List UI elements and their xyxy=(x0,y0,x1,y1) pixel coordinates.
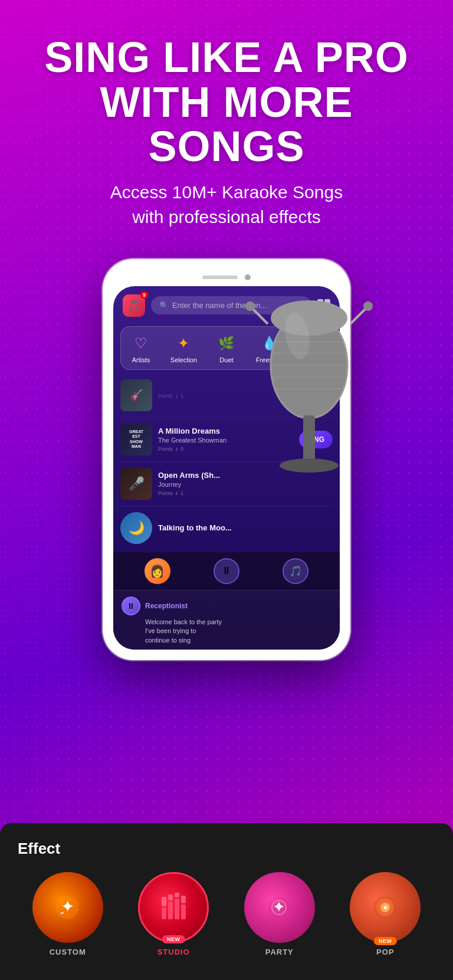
hero-subtitle: Access 10M+ Karaoke Songs with professio… xyxy=(35,180,418,230)
effect-circle-party: ✦ xyxy=(244,872,315,943)
song-info-0: A Million Dreams The Greatest Showman Po… xyxy=(158,427,293,452)
effect-item-pop[interactable]: ★ NEW POP xyxy=(336,872,436,956)
effect-item-party[interactable]: ✦ PARTY xyxy=(229,872,330,956)
svg-text:★: ★ xyxy=(382,903,388,912)
phone-camera xyxy=(245,274,251,280)
svg-rect-21 xyxy=(181,904,186,919)
song-info: Points ♪ 1 xyxy=(158,391,333,399)
song-title-1: Open Arms (Sh... xyxy=(158,471,333,480)
tab-freestyle[interactable]: 💧 Freestyle xyxy=(256,333,283,363)
showman-label: GREATESTSHOWMAN xyxy=(128,428,145,451)
notification-badge: 9 xyxy=(140,291,148,299)
chat-user: ⏸ Receptionist xyxy=(122,596,331,615)
selection-icon: ✦ xyxy=(173,333,194,354)
song-item-1[interactable]: 🎤 Open Arms (Sh... Journey Points ♪ 1 xyxy=(120,462,333,506)
chat-username: Receptionist xyxy=(145,602,188,610)
duet-icon: 🌿 xyxy=(216,333,237,354)
chat-avatar: ⏸ xyxy=(122,596,140,615)
song-item-2[interactable]: 🌙 Talking to the Moo... xyxy=(120,506,333,550)
tab-selection-label: Selection xyxy=(170,356,197,363)
song-info-2: Talking to the Moo... xyxy=(158,523,333,532)
effect-label-custom: CUSTOM xyxy=(50,948,86,956)
svg-rect-25 xyxy=(181,896,186,903)
svg-line-11 xyxy=(350,306,368,324)
song-meta-1: Points ♪ 1 xyxy=(158,490,333,496)
tab-artists[interactable]: ♡ Artists xyxy=(130,333,152,363)
hero-title: SING LIKE A PRO WITH MORE SONGS xyxy=(35,35,418,169)
category-tabs: ♡ Artists ✦ Selection 🌿 Duet 💧 Freestyle… xyxy=(120,326,333,370)
rank-icon: ◇ xyxy=(301,333,323,354)
effect-label-studio: STUDIO xyxy=(157,948,190,956)
tab-duet-label: Duet xyxy=(219,356,233,363)
svg-rect-24 xyxy=(175,893,179,897)
tab-artists-label: Artists xyxy=(132,356,150,363)
song-thumbnail: 🎸 xyxy=(120,379,152,411)
effect-item-custom[interactable]: ✦ ⇌ CUSTOM xyxy=(18,872,118,956)
song-thumbnail-moon: 🌙 xyxy=(120,512,152,544)
song-item-partial[interactable]: 🎸 Points ♪ 1 xyxy=(120,373,333,418)
song-meta-0: Points ♪ 0 xyxy=(158,445,293,452)
song-item-0[interactable]: GREATESTSHOWMAN A Million Dreams The Gre… xyxy=(120,418,333,462)
pause-button[interactable]: ⏸ xyxy=(214,558,239,584)
song-thumbnail-showman: GREATESTSHOWMAN xyxy=(120,424,152,455)
song-thumbnail-journey: 🎤 xyxy=(120,468,152,500)
phone-mockup: 🎵 9 🔍 Enter the name of the son... ♡ Art… xyxy=(103,259,350,660)
freestyle-icon: 💧 xyxy=(259,333,280,354)
tab-duet[interactable]: 🌿 Duet xyxy=(216,333,237,363)
effect-items: ✦ ⇌ CUSTOM xyxy=(18,872,435,956)
grid-icon[interactable] xyxy=(317,299,330,312)
song-meta: Points ♪ 1 xyxy=(158,393,333,399)
app-bottom-nav: 👩 ⏸ 🎵 xyxy=(113,552,340,590)
studio-new-badge: NEW xyxy=(162,935,185,943)
svg-rect-18 xyxy=(162,907,166,919)
song-title-0: A Million Dreams xyxy=(158,427,293,435)
phone-frame: 🎵 9 🔍 Enter the name of the son... ♡ Art… xyxy=(103,259,350,660)
song-artist-1: Journey xyxy=(158,481,333,488)
app-header: 🎵 9 🔍 Enter the name of the son... xyxy=(113,286,340,323)
effect-circle-pop: ★ NEW xyxy=(350,872,421,943)
svg-rect-23 xyxy=(168,894,173,900)
search-icon: 🔍 xyxy=(159,301,169,310)
chat-message: Welcome back to the party I've been tryi… xyxy=(122,618,331,645)
search-bar[interactable]: 🔍 Enter the name of the son... xyxy=(151,296,311,314)
pop-new-badge: NEW xyxy=(374,937,397,945)
effect-title: Effect xyxy=(18,840,435,858)
svg-point-13 xyxy=(363,301,373,311)
music-button[interactable]: 🎵 xyxy=(283,558,308,584)
phone-notch xyxy=(113,270,340,286)
svg-text:⇌: ⇌ xyxy=(60,910,64,916)
effect-circle-studio: NEW xyxy=(138,872,209,943)
phone-speaker xyxy=(202,276,238,279)
effect-label-party: PARTY xyxy=(265,948,294,956)
song-artist-0: The Greatest Showman xyxy=(158,437,293,444)
effect-panel: Effect ✦ ⇌ CUSTOM xyxy=(0,823,453,980)
svg-rect-22 xyxy=(162,897,166,906)
effect-label-pop: POP xyxy=(376,948,394,956)
svg-rect-19 xyxy=(168,902,173,919)
user-avatar[interactable]: 👩 xyxy=(145,558,170,584)
song-list: 🎸 Points ♪ 1 GREATESTSHOWMAN xyxy=(113,373,340,550)
tab-rank-label: Rank xyxy=(304,356,320,363)
phone-screen: 🎵 9 🔍 Enter the name of the son... ♡ Art… xyxy=(113,286,340,650)
song-title-2: Talking to the Moo... xyxy=(158,523,333,532)
effect-item-studio[interactable]: NEW STUDIO xyxy=(124,872,224,956)
song-info-1: Open Arms (Sh... Journey Points ♪ 1 xyxy=(158,471,333,496)
search-placeholder: Enter the name of the son... xyxy=(172,301,267,310)
effect-circle-custom: ✦ ⇌ xyxy=(32,872,103,943)
artists-icon: ♡ xyxy=(130,333,152,354)
tab-freestyle-label: Freestyle xyxy=(256,356,283,363)
tab-selection[interactable]: ✦ Selection xyxy=(170,333,197,363)
chat-area: ⏸ Receptionist Welcome back to the party… xyxy=(113,590,340,650)
tab-rank[interactable]: ◇ Rank xyxy=(301,333,323,363)
app-icon[interactable]: 🎵 9 xyxy=(123,294,145,317)
sing-button-0[interactable]: SING xyxy=(299,431,333,448)
svg-rect-20 xyxy=(175,899,179,919)
hero-section: SING LIKE A PRO WITH MORE SONGS Access 1… xyxy=(0,0,453,241)
